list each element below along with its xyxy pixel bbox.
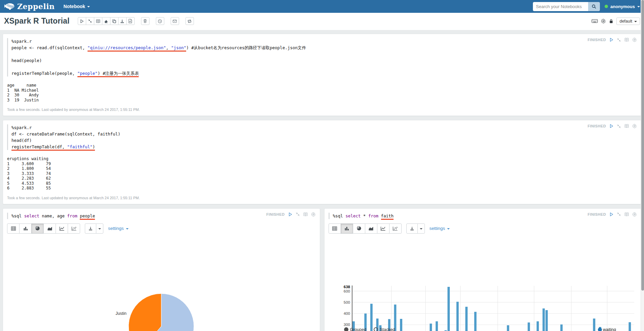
download-options-button[interactable] [96, 223, 103, 234]
bar[interactable] [507, 325, 509, 331]
compress-icon [617, 212, 621, 216]
book-icon [624, 212, 629, 217]
user-menu[interactable]: anonymous [605, 4, 640, 9]
run-all-button[interactable] [78, 17, 86, 25]
area-chart-button[interactable] [365, 223, 377, 234]
scrollbar-thumb[interactable] [641, 0, 644, 291]
paragraph-settings-button[interactable] [311, 212, 316, 217]
export-note-button[interactable] [118, 17, 127, 25]
download-data-button[interactable] [406, 223, 418, 234]
search-input[interactable] [533, 2, 588, 11]
paragraph-code-editor[interactable]: %spark.rdf <- createDataFrame(sqlContext… [7, 124, 637, 150]
bar-legend: waiting [598, 327, 616, 331]
area-chart-button[interactable] [43, 223, 56, 234]
interpreter-binding-button[interactable] [601, 19, 606, 24]
publish-button[interactable] [171, 17, 179, 25]
run-paragraph-button[interactable] [609, 37, 614, 42]
line-chart-button[interactable] [56, 223, 68, 234]
paragraph-settings-button[interactable] [632, 212, 637, 217]
show-editor-button[interactable] [303, 212, 308, 217]
bar-chart-area: Grouped Stacked waiting 0100200300400500… [329, 284, 637, 331]
book-icon [303, 212, 308, 217]
play-icon [609, 124, 614, 128]
table-view-button[interactable] [7, 223, 20, 234]
pie-slice[interactable] [129, 294, 161, 331]
note-title[interactable]: XSpark R Tutorial [4, 17, 70, 26]
clone-note-button[interactable] [110, 17, 118, 25]
bar[interactable] [456, 302, 459, 331]
collapse-paragraph-button[interactable] [617, 212, 621, 216]
repeat-icon [187, 19, 192, 24]
table-view-button[interactable] [329, 223, 341, 234]
scheduler-button[interactable] [156, 17, 164, 25]
bar-chart-button[interactable] [19, 223, 32, 234]
show-editor-button[interactable] [624, 212, 629, 217]
chart-settings-toggle[interactable]: settings [430, 226, 450, 231]
bar-chart-svg[interactable]: 01002003004005006006381.64.7834.44.8172.… [338, 284, 637, 331]
grouped-mode-radio[interactable]: Grouped [344, 327, 367, 331]
legend-item[interactable]: waiting [598, 327, 616, 331]
bar[interactable] [536, 321, 539, 331]
bar[interactable] [545, 310, 548, 331]
commit-note-button[interactable] [126, 17, 135, 25]
clear-output-button[interactable] [102, 17, 110, 25]
run-paragraph-button[interactable] [609, 212, 614, 217]
collapse-paragraph-button[interactable] [296, 212, 300, 216]
paragraph-controls: FINISHED [266, 212, 316, 217]
paragraph-code-editor[interactable]: %spark.rpeople <- read.df(sqlContext, "q… [7, 38, 637, 77]
download-icon [88, 226, 93, 231]
bar[interactable] [629, 322, 631, 331]
bar[interactable] [447, 287, 450, 331]
view-mode-dropdown[interactable]: default [616, 18, 640, 25]
username: anonymous [610, 4, 635, 9]
run-paragraph-button[interactable] [288, 212, 293, 217]
version-control-button[interactable] [185, 17, 194, 25]
pie-chart-button[interactable] [353, 223, 365, 234]
pie-chart-svg[interactable]: AndyJustin [89, 291, 234, 331]
line-chart-button[interactable] [377, 223, 389, 234]
show-editor-button[interactable] [624, 124, 629, 128]
stacked-mode-radio[interactable]: Stacked [374, 327, 395, 331]
paragraph-settings-button[interactable] [632, 124, 637, 128]
bar[interactable] [465, 307, 468, 331]
pie-chart-icon [35, 226, 40, 231]
bar[interactable] [430, 324, 432, 331]
book-icon [624, 124, 629, 128]
zeppelin-brand[interactable]: Zeppelin [4, 2, 55, 11]
bar[interactable] [593, 319, 595, 331]
chart-settings-toggle[interactable]: settings [108, 226, 129, 231]
show-editor-button[interactable] [624, 37, 629, 42]
zeppelin-logo-icon [4, 3, 15, 10]
bar[interactable] [528, 322, 530, 331]
collapse-code-button[interactable] [86, 17, 94, 25]
bar[interactable] [435, 321, 438, 331]
search-button[interactable] [588, 2, 600, 11]
show-output-button[interactable] [94, 17, 102, 25]
pie-chart: AndyJustin [89, 291, 234, 331]
download-options-button[interactable] [417, 223, 425, 234]
bar[interactable] [474, 312, 476, 331]
permissions-button[interactable] [609, 19, 613, 24]
shortcut-keyboard-button[interactable] [591, 19, 598, 24]
bar-chart-button[interactable] [341, 223, 353, 234]
run-paragraph-button[interactable] [609, 124, 614, 128]
paragraph-2: FINISHED %spark.rdf <- createDataFrame(s… [3, 120, 641, 204]
notebook-menu[interactable]: Notebook [64, 4, 90, 9]
bar[interactable] [542, 308, 545, 331]
download-data-button[interactable] [85, 223, 96, 234]
collapse-paragraph-button[interactable] [617, 38, 621, 42]
bar[interactable] [560, 324, 563, 331]
grouped-label: Grouped [350, 327, 367, 331]
y-axis-tick-label: 638 [343, 285, 350, 289]
bar-chart-icon [23, 226, 28, 231]
pie-chart-button[interactable] [31, 223, 44, 234]
collapse-paragraph-button[interactable] [617, 124, 621, 128]
paragraph-settings-button[interactable] [632, 37, 637, 42]
scatter-chart-button[interactable] [389, 223, 402, 234]
delete-note-button[interactable] [141, 17, 149, 25]
scatter-chart-button[interactable] [68, 223, 80, 234]
brand-name: Zeppelin [17, 2, 55, 11]
y-axis-tick-label: 600 [343, 289, 350, 293]
bar[interactable] [400, 319, 402, 331]
bar-chart-icon [344, 226, 349, 231]
